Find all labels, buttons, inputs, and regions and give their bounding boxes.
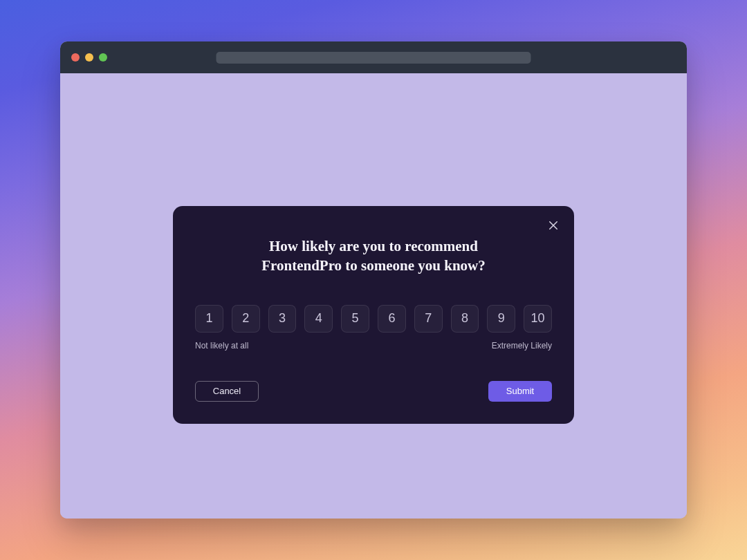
- modal-actions: Cancel Submit: [195, 381, 552, 402]
- rating-option-7[interactable]: 7: [414, 305, 443, 333]
- rating-option-6[interactable]: 6: [378, 305, 406, 333]
- submit-button[interactable]: Submit: [488, 381, 552, 402]
- window-maximize-dot[interactable]: [99, 53, 107, 62]
- high-label: Extremely Likely: [492, 341, 552, 351]
- rating-option-2[interactable]: 2: [232, 305, 260, 333]
- window-close-dot[interactable]: [71, 53, 80, 62]
- close-icon: [547, 219, 560, 232]
- rating-option-10[interactable]: 10: [524, 305, 552, 333]
- rating-option-3[interactable]: 3: [268, 305, 297, 333]
- low-label: Not likely at all: [195, 341, 248, 351]
- window-controls: [71, 53, 107, 62]
- window-minimize-dot[interactable]: [85, 53, 93, 62]
- feedback-modal: How likely are you to recommend Frontend…: [173, 206, 574, 424]
- title-bar: [60, 41, 687, 73]
- browser-frame: How likely are you to recommend Frontend…: [60, 41, 687, 519]
- rating-option-5[interactable]: 5: [341, 305, 369, 333]
- rating-option-4[interactable]: 4: [304, 305, 333, 333]
- scale-labels: Not likely at all Extremely Likely: [195, 341, 552, 351]
- rating-option-1[interactable]: 1: [195, 305, 223, 333]
- close-button[interactable]: [544, 216, 563, 235]
- feedback-question: How likely are you to recommend Frontend…: [228, 236, 519, 276]
- rating-option-9[interactable]: 9: [487, 305, 515, 333]
- url-bar[interactable]: [216, 52, 531, 64]
- rating-row: 1 2 3 4 5 6 7 8 9 10: [195, 305, 552, 333]
- cancel-button[interactable]: Cancel: [195, 381, 259, 402]
- rating-option-8[interactable]: 8: [451, 305, 479, 333]
- viewport: How likely are you to recommend Frontend…: [60, 73, 687, 519]
